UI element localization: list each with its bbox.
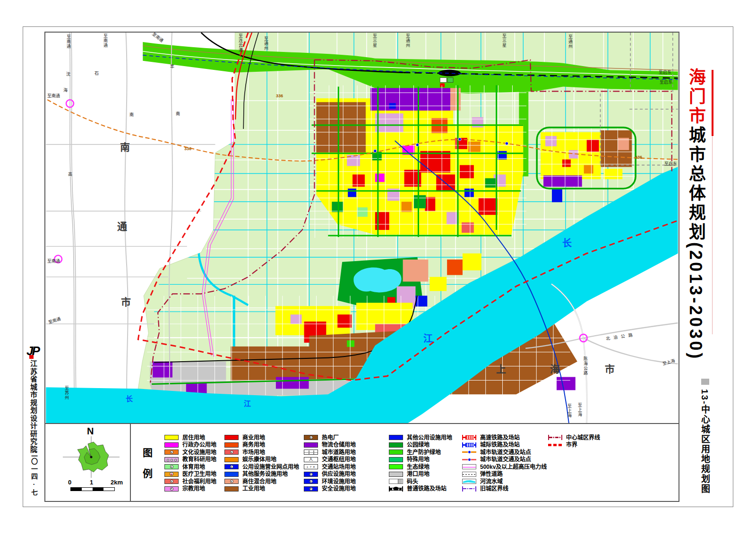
legend-swatch <box>164 486 179 492</box>
legend-row: 热电厂 <box>304 434 339 441</box>
legend-row: 500kv及以上超高压电力线 <box>462 464 547 470</box>
legend-row: 商住混合用地 <box>224 478 276 484</box>
legend-row: 公用设施营业网点用地 <box>224 464 299 470</box>
title-rule-red <box>712 70 713 136</box>
legend-swatch <box>224 435 239 440</box>
map-frame: 至南通沈海高至南通至南通至连云港至通州至三星至通州至三星至通州至启东至启东至启东… <box>44 32 679 502</box>
legend-heading: 图 <box>143 445 153 459</box>
legend-row: 港口用地 <box>389 471 430 477</box>
legend-swatch: + <box>164 472 179 477</box>
legend-label: 弹性道路 <box>480 471 503 477</box>
legend-swatch <box>548 442 562 448</box>
legend-swatch <box>462 449 476 455</box>
legend-label: 公园绿地 <box>407 442 430 448</box>
legend-label: 供应设施用地 <box>322 471 356 477</box>
legend-swatch <box>224 464 239 469</box>
plan-sheet: JP 江苏省城市规划设计研究院 二〇一四·七 海门市城市总体规划(2013-20… <box>0 0 756 534</box>
park-lake <box>353 268 401 293</box>
legend-label: 体育用地 <box>182 464 205 470</box>
legend-row: 码头 <box>389 478 418 484</box>
legend-label: 市界 <box>566 442 577 448</box>
legend-row: 城市轨道交通及站点 <box>462 449 531 455</box>
institute-logo: JP <box>26 344 39 358</box>
legend-label: 500kv及以上超高压电力线 <box>480 464 547 470</box>
legend-label: 码头 <box>407 479 418 484</box>
legend-row: 居住用地 <box>164 434 205 441</box>
legend-row: 物流仓储用地 <box>304 442 356 448</box>
legend-swatch <box>304 435 318 440</box>
legend-swatch <box>462 435 476 440</box>
legend-row: 工业用地 <box>224 486 265 492</box>
legend-swatch <box>164 479 179 484</box>
legend-row: 安全设施用地 <box>304 486 356 492</box>
legend-swatch <box>389 449 403 455</box>
legend-swatch <box>462 486 476 492</box>
legend-row: 行政办公用地 <box>164 442 216 448</box>
legend-swatch <box>304 449 318 455</box>
legend-label: 河流水域 <box>480 479 503 484</box>
legend-row: 特殊用地 <box>389 457 430 463</box>
legend-row: 中心城区界线 <box>548 434 600 441</box>
legend-label: 生产防护绿地 <box>407 449 441 455</box>
legend-swatch <box>462 442 476 448</box>
legend-row: 生态绿地 <box>389 464 430 470</box>
title-rule-thin <box>712 136 713 334</box>
legend-row: 弹性道路 <box>462 471 503 477</box>
compass-cell: N 012km <box>45 424 131 501</box>
station-green <box>447 78 453 83</box>
legend-swatch <box>304 472 318 477</box>
station-red <box>440 83 445 87</box>
sheet-subtitle: 13-中心城区用地规划图 <box>698 389 711 494</box>
title-column: 海门市城市总体规划(2013-2030) 13-中心城区用地规划图 <box>680 26 732 505</box>
legend-row: 城际铁路及场站 <box>462 442 520 448</box>
page-title-city: 海门市 <box>686 68 705 126</box>
legend-row: 教育科研用地 <box>164 457 216 463</box>
legend-label: 旧城区界线 <box>480 486 508 492</box>
legend-swatch <box>389 435 403 440</box>
scale-bar <box>70 487 115 491</box>
agency-name: 江苏省城市规划设计研究院 <box>28 360 38 453</box>
legend-swatch <box>389 464 403 469</box>
legend-label: 城市轨道交通及站点 <box>480 449 531 455</box>
legend-swatch <box>389 442 403 448</box>
legend-row: 体育用地 <box>164 464 205 470</box>
legend-label: 宗教用地 <box>182 486 205 492</box>
legend-swatch <box>224 442 239 448</box>
legend-label: 环境设施用地 <box>322 479 356 484</box>
legend-label: 普通铁路及场站 <box>407 486 447 492</box>
legend-label: 安全设施用地 <box>322 486 356 492</box>
legend-label: 交通枢纽用地 <box>322 457 356 462</box>
legend-swatch <box>164 449 179 455</box>
legend-row: 普通铁路及场站 <box>389 486 447 492</box>
legend-swatch <box>224 486 239 492</box>
scale-tick: 1 <box>90 479 93 486</box>
land-use-map[interactable] <box>45 33 679 423</box>
legend-row: 河流水域 <box>462 478 503 484</box>
legend-swatch <box>462 464 476 469</box>
legend-swatch <box>548 435 562 440</box>
legend-label: 商务用地 <box>242 442 265 448</box>
legend-swatch <box>462 479 476 484</box>
legend-label: 其他公用设施用地 <box>407 435 452 441</box>
legend-label: 商业用地 <box>242 435 265 441</box>
scale-tick: 2km <box>111 479 123 486</box>
legend-heading: 例 <box>143 466 153 480</box>
legend-swatch <box>462 472 476 477</box>
legend-swatch <box>304 479 318 484</box>
legend-label: 其他服务设施用地 <box>242 471 288 477</box>
legend-row: 宗教用地 <box>164 486 205 492</box>
legend-swatch: 人 <box>304 457 318 462</box>
legend-label: 高速铁路及场站 <box>480 435 520 441</box>
legend-row: 娱乐康体用地 <box>224 457 276 463</box>
legend-row: 其他公用设施用地 <box>389 434 452 441</box>
page-title-rest: 城市总体规划(2013-2030) <box>686 126 705 361</box>
legend-label: 物流仓储用地 <box>322 442 356 448</box>
legend-swatch <box>224 457 239 462</box>
wind-rose <box>60 435 122 479</box>
legend-swatch <box>164 464 179 469</box>
legend-row: 城市道路用地 <box>304 449 356 455</box>
legend-swatch: 1 7 8 <box>304 464 318 469</box>
legend-label: 医疗卫生用地 <box>182 471 216 477</box>
legend-row: 1 7 8交通站场用地 <box>304 464 356 470</box>
legend-label: 特殊用地 <box>407 457 430 462</box>
